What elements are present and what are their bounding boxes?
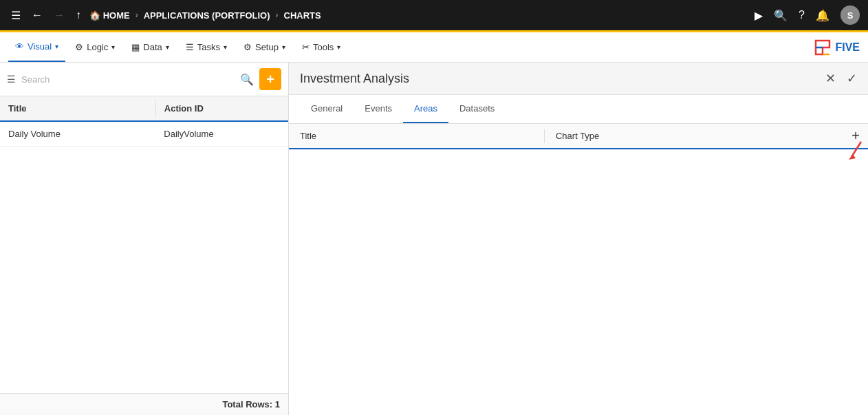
breadcrumb-home[interactable]: 🏠 🏠 HOMEHOME <box>89 10 130 21</box>
up-icon[interactable]: ↑ <box>73 6 84 24</box>
header-actions: ✕ ✓ <box>825 71 857 86</box>
right-header: Investment Analysis ✕ ✓ <box>289 63 868 95</box>
tab-events[interactable]: Events <box>354 95 403 123</box>
breadcrumb-charts[interactable]: CHARTS <box>284 10 321 21</box>
back-icon[interactable]: ← <box>29 6 45 24</box>
col-action-id: Action ID <box>156 96 288 120</box>
col-title: Title <box>0 96 155 120</box>
search-bar: ☰ 🔍 + <box>0 63 288 96</box>
top-nav-right: ▶ 🔍 ? 🔔 S <box>755 6 860 25</box>
nav-setup[interactable]: ⚙ Setup ▾ <box>237 32 292 62</box>
breadcrumb-arrow-1: › <box>135 10 138 20</box>
nav-tasks[interactable]: ☰ Tasks ▾ <box>179 32 234 62</box>
nav-data-label: Data <box>143 42 162 52</box>
tools-caret: ▾ <box>337 43 340 51</box>
content-col-title: Title <box>289 124 544 148</box>
tab-general[interactable]: General <box>300 95 354 123</box>
row-action-id: DailyVolume <box>155 122 288 146</box>
menu-icon[interactable]: ☰ <box>8 6 23 25</box>
tools-icon: ✂ <box>302 42 310 52</box>
logic-icon: ⚙ <box>75 42 83 52</box>
add-row-button[interactable]: + <box>843 124 868 148</box>
nav-visual-label: Visual <box>28 41 52 52</box>
setup-icon: ⚙ <box>243 42 252 52</box>
add-button[interactable]: + <box>259 68 281 90</box>
nav-tools-label: Tools <box>313 42 334 52</box>
five-logo: FIVE <box>813 38 860 57</box>
nav-logic-label: Logic <box>87 42 108 52</box>
panel-title: Investment Analysis <box>300 72 409 86</box>
nav-data[interactable]: ▦ Data ▾ <box>124 32 175 62</box>
table-header: Title Action ID <box>0 96 288 122</box>
main-layout: ☰ 🔍 + Title Action ID Daily Volume Daily… <box>0 63 868 415</box>
visual-caret: ▾ <box>55 43 58 50</box>
nav-visual[interactable]: 👁 Visual ▾ <box>8 32 65 62</box>
content-area: Title Chart Type + <box>289 124 868 415</box>
eye-icon: 👁 <box>15 41 24 52</box>
logic-caret: ▾ <box>111 43 115 51</box>
search-magnify-icon[interactable]: 🔍 <box>240 73 254 86</box>
data-caret: ▾ <box>166 43 169 51</box>
svg-marker-4 <box>849 154 856 160</box>
forward-icon[interactable]: → <box>51 6 67 24</box>
tasks-icon: ☰ <box>186 42 194 52</box>
setup-caret: ▾ <box>282 43 285 51</box>
confirm-button[interactable]: ✓ <box>847 71 857 86</box>
tasks-caret: ▾ <box>224 43 227 51</box>
search-icon[interactable]: 🔍 <box>774 9 788 22</box>
tab-datasets[interactable]: Datasets <box>448 95 506 123</box>
second-nav: 👁 Visual ▾ ⚙ Logic ▾ ▦ Data ▾ ☰ Tasks ▾ … <box>0 32 868 63</box>
breadcrumb-applications[interactable]: APPLICATIONS (PORTFOLIO) <box>144 10 270 21</box>
avatar[interactable]: S <box>840 6 860 25</box>
left-panel: ☰ 🔍 + Title Action ID Daily Volume Daily… <box>0 63 289 415</box>
right-panel: Investment Analysis ✕ ✓ General Events A… <box>289 63 868 415</box>
five-logo-icon <box>813 38 832 57</box>
top-nav: ☰ ← → ↑ 🏠 🏠 HOMEHOME › APPLICATIONS (POR… <box>0 0 868 30</box>
help-icon[interactable]: ? <box>799 9 805 21</box>
nav-tasks-label: Tasks <box>197 42 220 52</box>
search-input[interactable] <box>21 74 235 85</box>
notification-icon[interactable]: 🔔 <box>816 9 829 22</box>
breadcrumb-arrow-2: › <box>276 10 279 20</box>
nav-tools[interactable]: ✂ Tools ▾ <box>295 32 347 62</box>
nav-logic[interactable]: ⚙ Logic ▾ <box>68 32 122 62</box>
tabs-bar: General Events Areas Datasets <box>289 95 868 124</box>
five-text: FIVE <box>835 41 860 54</box>
play-icon[interactable]: ▶ <box>755 9 763 22</box>
tab-areas[interactable]: Areas <box>403 95 448 123</box>
content-col-charttype: Chart Type <box>545 124 610 148</box>
row-title: Daily Volume <box>0 122 155 146</box>
data-icon: ▦ <box>131 42 140 52</box>
nav-setup-label: Setup <box>255 42 279 52</box>
filter-icon: ☰ <box>7 74 16 85</box>
add-row-wrap: + <box>843 124 868 148</box>
table-row[interactable]: Daily Volume DailyVolume <box>0 122 288 147</box>
left-panel-footer: Total Rows: 1 <box>0 393 288 415</box>
content-table-header: Title Chart Type + <box>289 124 868 149</box>
total-rows-label: Total Rows: <box>222 399 272 409</box>
close-button[interactable]: ✕ <box>825 71 836 86</box>
total-rows-count: 1 <box>275 399 280 409</box>
breadcrumb: 🏠 🏠 HOMEHOME › APPLICATIONS (PORTFOLIO) … <box>89 10 321 21</box>
